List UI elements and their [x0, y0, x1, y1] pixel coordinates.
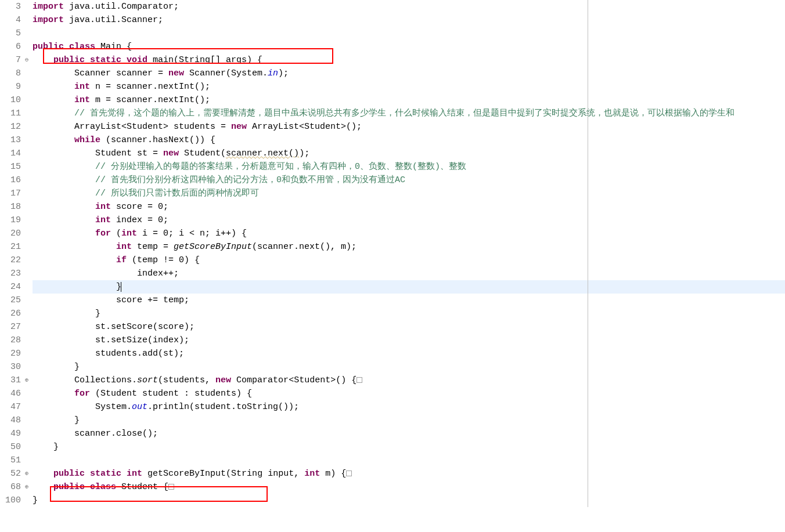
code-line[interactable]: students.add(st);: [33, 347, 785, 360]
line-number: 46: [0, 387, 21, 400]
fold-marker[interactable]: [24, 160, 33, 173]
fold-marker[interactable]: [24, 334, 33, 347]
fold-marker[interactable]: [24, 280, 33, 294]
line-number: 100: [0, 494, 21, 507]
fold-marker[interactable]: [24, 454, 33, 467]
line-number: 11: [0, 107, 21, 120]
code-line[interactable]: public class Main {: [33, 40, 785, 53]
fold-marker[interactable]: ⊕: [24, 480, 33, 494]
fold-marker[interactable]: [24, 173, 33, 187]
code-line[interactable]: int n = scanner.nextInt();: [33, 80, 785, 93]
code-line[interactable]: st.setScore(score);: [33, 320, 785, 334]
fold-marker[interactable]: [24, 307, 33, 320]
fold-marker[interactable]: [24, 254, 33, 267]
code-line[interactable]: }: [33, 494, 785, 507]
fold-marker[interactable]: [24, 227, 33, 240]
code-line[interactable]: int m = scanner.nextInt();: [33, 93, 785, 107]
code-line[interactable]: // 首先我们分别分析这四种输入的记分方法，0和负数不用管，因为没有通过AC: [33, 173, 785, 187]
code-line[interactable]: st.setSize(index);: [33, 334, 785, 347]
text-cursor: [121, 282, 121, 292]
print-margin: [588, 0, 588, 507]
fold-marker[interactable]: [24, 80, 33, 93]
fold-marker[interactable]: [24, 133, 33, 147]
line-number: 27: [0, 320, 21, 334]
fold-marker[interactable]: [24, 67, 33, 80]
code-line[interactable]: int score = 0;: [33, 200, 785, 213]
code-line[interactable]: import java.util.Comparator;: [33, 0, 785, 13]
fold-marker[interactable]: [24, 93, 33, 107]
line-number: 22: [0, 254, 21, 267]
code-line[interactable]: int index = 0;: [33, 213, 785, 227]
line-number: 10: [0, 93, 21, 107]
code-line[interactable]: import java.util.Scanner;: [33, 13, 785, 27]
code-line[interactable]: public static void main(String[] args) {: [33, 53, 785, 67]
fold-marker[interactable]: [24, 240, 33, 254]
fold-marker[interactable]: [24, 120, 33, 133]
code-line[interactable]: for (int i = 0; i < n; i++) {: [33, 227, 785, 240]
code-line[interactable]: Scanner scanner = new Scanner(System.in)…: [33, 67, 785, 80]
fold-marker[interactable]: ⊕: [24, 467, 33, 480]
line-number: 9: [0, 80, 21, 93]
fold-marker[interactable]: [24, 360, 33, 374]
line-number: 15: [0, 160, 21, 173]
line-number: 30: [0, 360, 21, 374]
code-line[interactable]: scanner.close();: [33, 427, 785, 440]
code-line[interactable]: System.out.println(student.toString());: [33, 400, 785, 414]
code-line[interactable]: [33, 454, 785, 467]
fold-marker[interactable]: [24, 427, 33, 440]
code-line[interactable]: }: [33, 360, 785, 374]
code-line[interactable]: }: [33, 414, 785, 427]
code-line[interactable]: Student st = new Student(scanner.next())…: [33, 147, 785, 160]
fold-placeholder-icon[interactable]: [346, 471, 352, 476]
code-line[interactable]: public class Student {: [33, 480, 785, 494]
fold-marker[interactable]: [24, 213, 33, 227]
fold-marker[interactable]: [24, 440, 33, 454]
code-line[interactable]: if (temp != 0) {: [33, 254, 785, 267]
fold-marker[interactable]: [24, 320, 33, 334]
fold-marker[interactable]: [24, 494, 33, 507]
code-line[interactable]: // 分别处理输入的每题的答案结果，分析题意可知，输入有四种，0、负数、整数(整…: [33, 160, 785, 173]
code-line[interactable]: score += temp;: [33, 294, 785, 307]
fold-marker[interactable]: [24, 0, 33, 13]
line-number: 28: [0, 334, 21, 347]
fold-marker[interactable]: [24, 267, 33, 280]
fold-marker[interactable]: [24, 414, 33, 427]
code-editor[interactable]: 3 4 5 6 7 8 9 10 11 12 13 14 15 16 17 18…: [0, 0, 785, 507]
code-line[interactable]: while (scanner.hasNext()) {: [33, 133, 785, 147]
line-number: 29: [0, 347, 21, 360]
fold-marker[interactable]: [24, 400, 33, 414]
line-number: 3: [0, 0, 21, 13]
code-line[interactable]: int temp = getScoreByInput(scanner.next(…: [33, 240, 785, 254]
fold-marker[interactable]: [24, 200, 33, 213]
fold-placeholder-icon[interactable]: [168, 484, 174, 490]
fold-placeholder-icon[interactable]: [357, 377, 362, 383]
fold-marker[interactable]: [24, 387, 33, 400]
code-line[interactable]: Collections.sort(students, new Comparato…: [33, 374, 785, 387]
fold-marker[interactable]: [24, 147, 33, 160]
fold-marker[interactable]: [24, 187, 33, 200]
line-number: 24: [0, 280, 21, 294]
code-area[interactable]: import java.util.Comparator; import java…: [33, 0, 785, 507]
code-line-current[interactable]: }: [33, 280, 785, 294]
fold-marker[interactable]: [24, 13, 33, 27]
fold-marker[interactable]: [24, 27, 33, 40]
fold-marker[interactable]: ⊖: [24, 53, 33, 67]
code-line[interactable]: [33, 27, 785, 40]
fold-marker[interactable]: [24, 347, 33, 360]
code-line[interactable]: for (Student student : students) {: [33, 387, 785, 400]
line-number: 4: [0, 13, 21, 27]
line-number: 25: [0, 294, 21, 307]
fold-marker[interactable]: [24, 40, 33, 53]
code-line[interactable]: }: [33, 307, 785, 320]
code-line[interactable]: }: [33, 440, 785, 454]
code-line[interactable]: // 首先觉得，这个题的输入上，需要理解清楚，题目中虽未说明总共有多少学生，什么…: [33, 107, 785, 120]
fold-marker[interactable]: [24, 107, 33, 120]
code-line[interactable]: index++;: [33, 267, 785, 280]
line-number: 47: [0, 400, 21, 414]
code-line[interactable]: public static int getScoreByInput(String…: [33, 467, 785, 480]
code-line[interactable]: ArrayList<Student> students = new ArrayL…: [33, 120, 785, 133]
line-number: 18: [0, 200, 21, 213]
fold-marker[interactable]: ⊕: [24, 374, 33, 387]
fold-marker[interactable]: [24, 294, 33, 307]
code-line[interactable]: // 所以我们只需计数后面的两种情况即可: [33, 187, 785, 200]
